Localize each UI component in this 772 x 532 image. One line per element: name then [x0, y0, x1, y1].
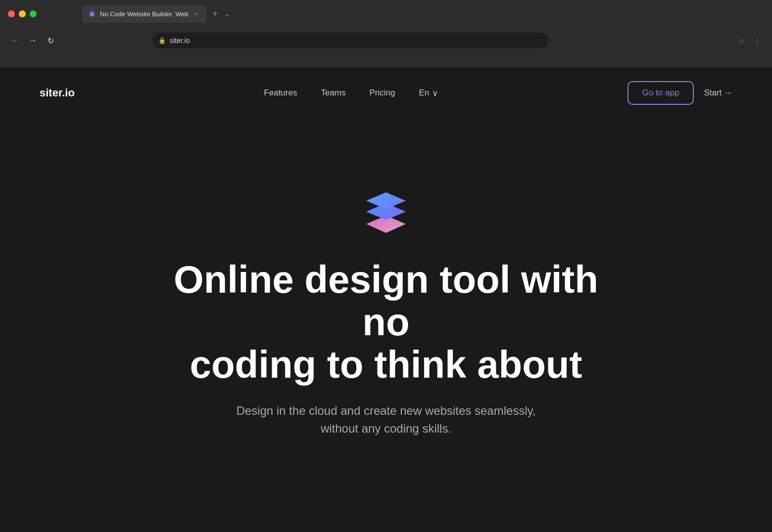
address-text: siter.io [170, 37, 190, 44]
hero-title-line2: coding to think about [190, 343, 582, 386]
browser-chrome: No Code Website Builder, Web × + ⌄ ← → ↻… [0, 0, 772, 67]
site-cta-group: Go to app Start → [627, 81, 732, 105]
start-button[interactable]: Start → [704, 88, 732, 98]
traffic-lights [8, 10, 37, 17]
navigation-bar: ← → ↻ 🔒 siter.io ☆ ⋮ [0, 28, 772, 53]
nav-actions: ☆ ⋮ [734, 34, 764, 47]
nav-pricing[interactable]: Pricing [370, 88, 395, 98]
language-chevron-icon: ∨ [432, 88, 438, 98]
traffic-light-fullscreen[interactable] [30, 10, 37, 17]
language-label: En [419, 88, 429, 98]
hero-logo-icon [356, 183, 416, 243]
tabs-bar: No Code Website Builder, Web × + ⌄ [43, 4, 270, 24]
traffic-light-minimize[interactable] [19, 10, 26, 17]
language-selector[interactable]: En ∨ [419, 88, 438, 98]
nav-features[interactable]: Features [264, 88, 297, 98]
tab-favicon [88, 10, 96, 18]
new-tab-button[interactable]: + [208, 7, 222, 21]
hero-section: Online design tool with no coding to thi… [0, 119, 772, 532]
tab-close-button[interactable]: × [193, 10, 200, 18]
traffic-light-close[interactable] [8, 10, 15, 17]
hero-subtitle: Design in the cloud and create new websi… [218, 402, 554, 438]
nav-teams[interactable]: Teams [321, 88, 345, 98]
website-content: siter.io Features Teams Pricing En ∨ Go … [0, 67, 772, 532]
tab-title: No Code Website Builder, Web [100, 10, 189, 18]
title-bar: No Code Website Builder, Web × + ⌄ [0, 0, 772, 28]
refresh-button[interactable]: ↻ [44, 34, 57, 47]
address-bar[interactable]: 🔒 siter.io [152, 33, 548, 48]
browser-menu-button[interactable]: ⋮ [750, 34, 764, 47]
back-button[interactable]: ← [8, 34, 22, 47]
tabs-chevron[interactable]: ⌄ [224, 10, 230, 18]
site-header: siter.io Features Teams Pricing En ∨ Go … [0, 67, 772, 119]
go-to-app-button[interactable]: Go to app [627, 81, 694, 105]
hero-title: Online design tool with no coding to thi… [163, 259, 609, 386]
bookmark-button[interactable]: ☆ [734, 34, 748, 47]
hero-title-line1: Online design tool with no [174, 258, 598, 344]
browser-tab-active[interactable]: No Code Website Builder, Web × [82, 5, 206, 23]
svg-marker-4 [366, 192, 406, 209]
site-nav: Features Teams Pricing En ∨ [264, 88, 438, 98]
forward-button[interactable]: → [26, 34, 40, 47]
site-logo[interactable]: siter.io [40, 87, 75, 99]
lock-icon: 🔒 [158, 37, 166, 44]
